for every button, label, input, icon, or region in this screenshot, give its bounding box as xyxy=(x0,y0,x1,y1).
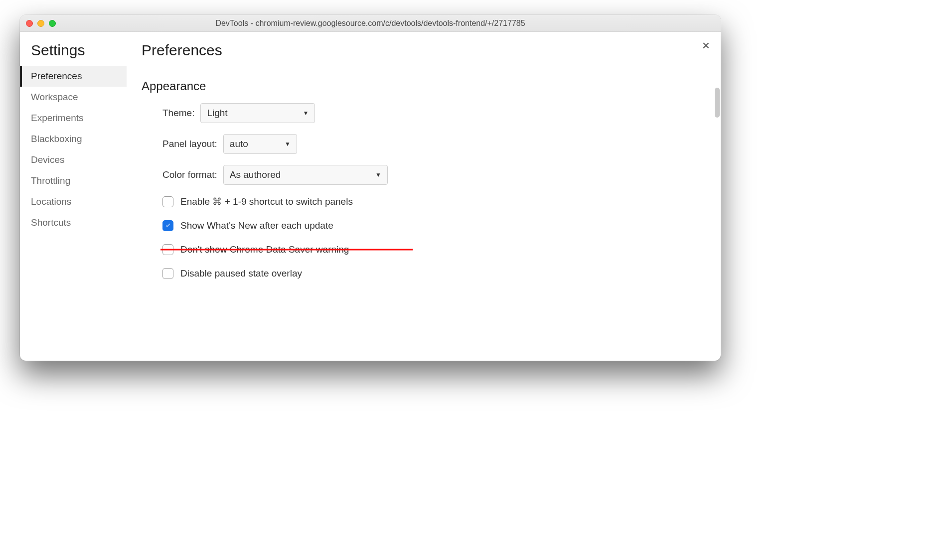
content: Settings Preferences Workspace Experimen… xyxy=(20,32,721,361)
disable-paused-row[interactable]: Disable paused state overlay xyxy=(162,268,706,279)
enable-shortcut-label: Enable ⌘ + 1-9 shortcut to switch panels xyxy=(180,196,353,207)
sidebar-item-blackboxing[interactable]: Blackboxing xyxy=(20,129,127,149)
chevron-down-icon: ▼ xyxy=(303,110,309,117)
sidebar-item-experiments[interactable]: Experiments xyxy=(20,108,127,129)
minimize-window-button[interactable] xyxy=(37,20,44,27)
section-title-appearance: Appearance xyxy=(142,79,706,93)
close-window-button[interactable] xyxy=(26,20,33,27)
color-format-label: Color format: xyxy=(162,169,217,180)
panel-layout-value: auto xyxy=(230,139,248,149)
theme-row: Theme: Light ▼ xyxy=(162,103,706,123)
enable-shortcut-checkbox[interactable] xyxy=(162,196,173,207)
sidebar-title: Settings xyxy=(20,42,127,66)
window-title: DevTools - chromium-review.googlesource.… xyxy=(20,19,721,28)
data-saver-row[interactable]: Don't show Chrome Data Saver warning xyxy=(162,244,402,255)
panel-layout-row: Panel layout: auto ▼ xyxy=(162,134,706,154)
enable-shortcut-row[interactable]: Enable ⌘ + 1-9 shortcut to switch panels xyxy=(162,196,706,207)
color-format-value: As authored xyxy=(230,169,281,180)
strikethrough-annotation xyxy=(160,249,413,251)
sidebar-item-workspace[interactable]: Workspace xyxy=(20,87,127,108)
panel-layout-select[interactable]: auto ▼ xyxy=(223,134,297,154)
sidebar-item-shortcuts[interactable]: Shortcuts xyxy=(20,212,127,233)
chevron-down-icon: ▼ xyxy=(285,140,291,147)
chevron-down-icon: ▼ xyxy=(375,171,381,178)
sidebar-item-preferences[interactable]: Preferences xyxy=(20,66,127,87)
settings-sidebar: Settings Preferences Workspace Experimen… xyxy=(20,32,127,361)
devtools-window: DevTools - chromium-review.googlesource.… xyxy=(20,15,721,361)
page-title: Preferences xyxy=(142,42,706,69)
close-icon[interactable]: × xyxy=(702,39,710,52)
disable-paused-checkbox[interactable] xyxy=(162,268,173,279)
whats-new-checkbox[interactable] xyxy=(162,220,173,231)
sidebar-item-throttling[interactable]: Throttling xyxy=(20,170,127,191)
scrollbar-thumb[interactable] xyxy=(715,88,720,118)
theme-select[interactable]: Light ▼ xyxy=(200,103,315,123)
panel-layout-label: Panel layout: xyxy=(162,139,217,149)
main-panel: × Preferences Appearance Theme: Light ▼ … xyxy=(127,32,721,361)
whats-new-label: Show What's New after each update xyxy=(180,220,333,231)
color-format-select[interactable]: As authored ▼ xyxy=(223,165,388,185)
color-format-row: Color format: As authored ▼ xyxy=(162,165,706,185)
theme-label: Theme: xyxy=(162,108,194,119)
sidebar-item-locations[interactable]: Locations xyxy=(20,191,127,212)
sidebar-item-devices[interactable]: Devices xyxy=(20,149,127,170)
window-controls xyxy=(26,20,56,27)
theme-value: Light xyxy=(207,108,227,119)
disable-paused-label: Disable paused state overlay xyxy=(180,268,302,279)
whats-new-row[interactable]: Show What's New after each update xyxy=(162,220,706,231)
maximize-window-button[interactable] xyxy=(49,20,56,27)
titlebar: DevTools - chromium-review.googlesource.… xyxy=(20,15,721,32)
